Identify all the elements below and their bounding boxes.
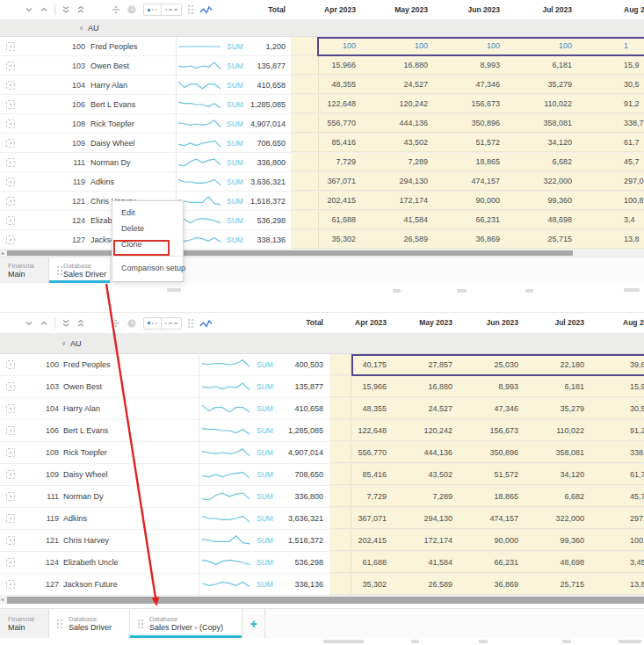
data-cell[interactable]: 7,729 [351, 486, 417, 507]
data-cell[interactable]: 34,120 [535, 134, 607, 152]
density-wide-button[interactable] [162, 4, 181, 15]
menu-item-edit[interactable]: Edit [112, 205, 183, 221]
group-row-au[interactable]: ∨ AU [0, 19, 644, 37]
scroll-left-arrow-icon[interactable]: ◂ [1, 250, 4, 257]
data-cell[interactable]: 90,000 [483, 530, 549, 551]
data-cell[interactable]: 444,136 [391, 114, 463, 133]
partial-cell[interactable] [291, 211, 319, 229]
row-settings-icon[interactable] [6, 158, 15, 167]
row-settings-icon[interactable] [6, 360, 15, 369]
data-cell[interactable]: 1 [607, 37, 644, 55]
table-row[interactable]: 106Bert L EvansSUM1,285,085122,648120,24… [0, 95, 644, 114]
data-cell[interactable]: 25,715 [549, 574, 615, 595]
data-cell[interactable]: 350,896 [483, 442, 549, 463]
column-header-month[interactable]: May 2023 [391, 0, 463, 19]
data-cell[interactable]: 100,8 [615, 530, 644, 551]
data-cell[interactable]: 474,157 [463, 172, 535, 191]
data-cell[interactable]: 100 [463, 37, 535, 55]
data-cell[interactable]: 61,688 [351, 552, 417, 573]
data-cell[interactable]: 358,081 [549, 442, 615, 463]
scrollbar-thumb[interactable] [7, 597, 644, 604]
tab-drag-handle-icon[interactable] [138, 620, 143, 628]
partial-cell[interactable] [329, 508, 351, 529]
expand-row-icon[interactable] [40, 5, 48, 14]
data-cell[interactable]: 25,715 [535, 230, 607, 249]
data-cell[interactable]: 22,180 [549, 354, 615, 375]
column-header-total[interactable]: Total [202, 0, 286, 19]
history-clock-icon[interactable] [127, 318, 137, 329]
table-row[interactable]: 119AdkinsSUM3,636,321367,071294,130474,1… [0, 172, 644, 192]
data-cell[interactable]: 172,174 [391, 192, 463, 210]
row-settings-icon[interactable] [6, 178, 15, 186]
data-cell[interactable]: 30,5 [607, 76, 644, 94]
partial-cell[interactable] [291, 56, 319, 75]
partial-cell[interactable] [291, 230, 319, 249]
data-cell[interactable]: 172,174 [417, 530, 483, 551]
add-tab-button[interactable]: + [242, 609, 265, 638]
row-settings-icon[interactable] [6, 426, 15, 435]
data-cell[interactable]: 556,770 [319, 114, 391, 133]
partial-cell[interactable] [291, 134, 319, 152]
data-cell[interactable]: 202,415 [319, 192, 391, 210]
sparkline-toggle-icon[interactable] [199, 318, 213, 329]
data-cell[interactable]: 322,000 [535, 172, 607, 191]
data-cell[interactable]: 338,72 [615, 442, 644, 463]
data-cell[interactable]: 85,416 [319, 134, 391, 152]
table-row[interactable]: 104Harry AlanSUM410,65848,35524,52747,34… [0, 76, 644, 95]
data-cell[interactable]: 367,071 [319, 172, 391, 191]
table-row[interactable]: 127Jackson FutureSUM338,13635,30226,5893… [0, 574, 644, 596]
group-collapse-chevron-icon[interactable]: ∨ [79, 19, 83, 37]
row-settings-icon[interactable] [6, 197, 15, 206]
horizontal-scrollbar[interactable]: ◂ [0, 596, 644, 604]
table-row[interactable]: 124Elizabeth UncleSUM536,29861,68841,584… [0, 211, 644, 230]
data-cell[interactable]: 367,071 [351, 508, 417, 529]
table-row[interactable]: 108Rick ToepferSUM4,907,014556,770444,13… [0, 442, 644, 464]
data-cell[interactable]: 8,993 [463, 56, 535, 75]
partial-cell[interactable] [329, 574, 351, 595]
row-settings-icon[interactable] [6, 470, 15, 479]
scroll-left-arrow-icon[interactable]: ◂ [1, 596, 4, 603]
data-cell[interactable]: 15,966 [351, 376, 417, 397]
partial-cell[interactable] [329, 376, 351, 397]
data-cell[interactable]: 41,584 [417, 552, 483, 573]
row-settings-icon[interactable] [6, 514, 15, 523]
data-cell[interactable]: 47,346 [483, 398, 549, 419]
partial-cell[interactable] [329, 398, 351, 419]
partial-cell[interactable] [329, 420, 351, 441]
row-settings-icon[interactable] [6, 120, 15, 128]
data-cell[interactable]: 122,648 [351, 420, 417, 441]
row-settings-icon[interactable] [6, 492, 15, 501]
row-settings-icon[interactable] [6, 382, 15, 391]
row-settings-icon[interactable] [6, 448, 15, 457]
column-header-month[interactable]: Jun 2023 [483, 313, 549, 333]
data-cell[interactable]: 66,231 [463, 211, 535, 229]
data-cell[interactable]: 27,857 [417, 354, 483, 375]
data-cell[interactable]: 48,698 [549, 552, 615, 573]
collapse-row-icon[interactable] [25, 319, 33, 328]
group-row-au[interactable]: ∨ AU [0, 333, 644, 354]
data-cell[interactable]: 61,7 [607, 134, 644, 152]
density-compact-button[interactable] [144, 4, 162, 15]
drag-handle-icon[interactable] [188, 5, 193, 14]
data-cell[interactable]: 444,136 [417, 442, 483, 463]
data-cell[interactable]: 122,648 [319, 95, 391, 113]
density-compact-button[interactable] [144, 318, 162, 329]
data-cell[interactable]: 338,7 [607, 114, 644, 133]
expand-all-icon[interactable] [76, 319, 85, 328]
data-cell[interactable]: 15,9 [607, 56, 644, 75]
menu-item-clone[interactable]: Clone [112, 236, 183, 252]
data-cell[interactable]: 6,682 [535, 153, 607, 171]
data-cell[interactable]: 85,416 [351, 464, 417, 485]
partial-cell[interactable] [291, 95, 319, 113]
data-cell[interactable]: 61,77 [615, 464, 644, 485]
column-header-month[interactable]: Aug 2023 [615, 313, 644, 333]
data-cell[interactable]: 297,0 [615, 508, 644, 529]
data-cell[interactable]: 6,181 [535, 56, 607, 75]
partial-cell[interactable] [291, 153, 319, 171]
column-header-total[interactable]: Total [246, 313, 323, 333]
row-settings-icon[interactable] [6, 62, 15, 70]
data-cell[interactable]: 35,279 [535, 76, 607, 94]
data-cell[interactable]: 156,673 [463, 95, 535, 113]
row-settings-icon[interactable] [6, 404, 15, 413]
partial-cell[interactable] [329, 530, 351, 551]
